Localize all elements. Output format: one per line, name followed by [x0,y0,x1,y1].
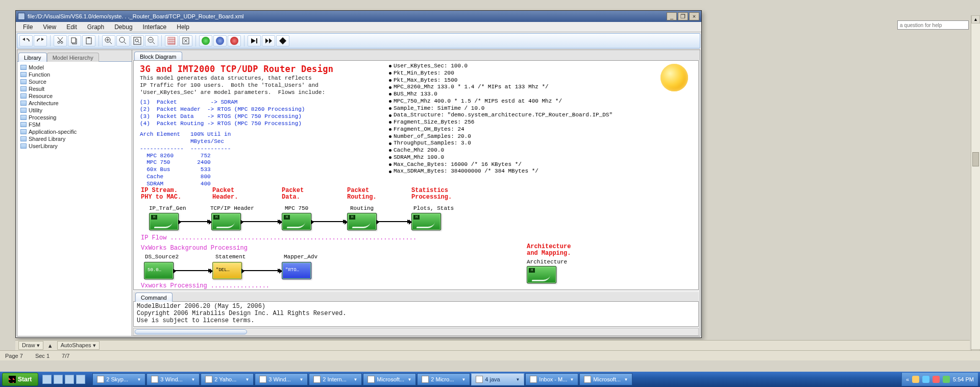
menu-graph[interactable]: Graph [83,22,108,32]
tree-item[interactable]: Utility [18,107,131,114]
menu-help[interactable]: Help [173,22,193,32]
skip-button[interactable] [262,35,275,46]
tab-model-hierarchy[interactable]: Model Hierarchy [47,53,99,62]
ql-icon[interactable] [76,375,85,384]
taskbar-item[interactable]: 2 Skyp...▼ [92,373,145,385]
param-text: Throughput_Samples: 3.0 [394,140,471,147]
undo-button[interactable] [19,35,33,46]
param-text: BUS_Mhz 133.0 [394,91,437,98]
window-titlebar[interactable]: file:/D:/VisualSim/VS6.1.0/demo/syste. .… [16,11,701,22]
tree-item[interactable]: FSM [18,121,131,128]
minimize-button[interactable]: _ [667,12,677,20]
param-row: User_KBytes_Sec: 100.0 [389,63,612,70]
menu-debug[interactable]: Debug [110,22,136,32]
tab-command[interactable]: Command [135,293,173,302]
ql-icon[interactable] [42,375,52,384]
ql-icon[interactable] [65,375,74,384]
restore-button[interactable]: ❐ [678,12,688,20]
tree-item[interactable]: Application-specific [18,128,131,135]
zoom-out-button[interactable] [145,35,158,46]
block-ip-traf-gen[interactable]: H [149,213,179,230]
close-button[interactable]: × [689,12,699,20]
host-vertical-scrollbar[interactable]: ▲ ▼ [971,15,980,357]
grid-button[interactable] [165,35,178,46]
menu-file[interactable]: File [19,22,37,32]
scroll-thumb[interactable] [135,329,247,334]
command-hscroll[interactable] [133,328,699,336]
tree-label: Utility [29,107,42,113]
tree-item[interactable]: Model [18,64,131,71]
tray-icon[interactable] [933,376,940,383]
folder-icon [20,108,27,113]
help-search-input[interactable] [897,20,969,30]
tray-expand[interactable]: « [906,376,909,382]
copy-button[interactable] [68,35,81,46]
taskbar-item[interactable]: 3 Wind...▼ [146,373,200,385]
taskbar-item[interactable]: Microsoft...▼ [579,373,632,385]
cut-button[interactable] [54,35,67,46]
block-mapper-adv[interactable]: "RTO… [282,262,311,279]
tree-item[interactable]: Shared Library [18,135,131,142]
fullscreen-button[interactable] [179,35,192,46]
tree-item[interactable]: Result [18,85,131,92]
scroll-up-icon[interactable]: ▲ [971,15,980,23]
task-app-icon [259,376,266,383]
pointer-icon[interactable]: ▲ [47,343,53,349]
taskbar-item[interactable]: 2 Micro...▼ [417,373,470,385]
library-tree[interactable]: Model Function Source Result Resource Ar… [17,61,132,336]
run-button[interactable] [199,35,212,46]
tray-icon[interactable] [922,376,929,383]
ql-icon[interactable] [54,375,63,384]
block-tcpip-header[interactable]: H [211,213,241,230]
marker-button[interactable] [276,35,289,46]
menu-view[interactable]: View [39,22,60,32]
draw-menu-button[interactable]: Draw ▾ [18,341,43,350]
tree-item[interactable]: Processing [18,114,131,121]
tab-block-diagram[interactable]: Block Diagram [134,52,182,61]
tree-item[interactable]: Architecture [18,100,131,107]
taskbar-item[interactable]: Microsoft...▼ [363,373,416,385]
block-label: Mapper_Adv [284,254,317,260]
tray-icon[interactable] [943,376,950,383]
block-architecture[interactable]: H [527,266,556,283]
taskbar-item[interactable]: Inbox - M...▼ [525,373,578,385]
autoshapes-button[interactable]: AutoShapes ▾ [57,341,100,350]
tab-library[interactable]: Library [18,53,47,62]
svg-rect-3 [88,37,90,38]
block-ds-source[interactable]: 50.0… [144,262,174,279]
block-mpc750[interactable]: H [282,213,311,230]
scroll-thumb[interactable] [972,152,979,166]
taskbar-item[interactable]: 2 Intern...▼ [309,373,362,385]
bullet-icon [389,171,391,173]
tree-label: Application-specific [29,129,77,135]
paste-button[interactable] [82,35,95,46]
bullet-icon [389,163,391,166]
menu-interface[interactable]: Interface [139,22,171,32]
left-tabs: Library Model Hierarchy [17,50,132,61]
tree-item[interactable]: Source [18,78,131,85]
zoom-fit-button[interactable] [131,35,144,46]
wire [241,221,281,222]
tree-label: Shared Library [29,136,65,142]
taskbar-item[interactable]: 2 Yaho...▼ [201,373,254,385]
tree-item[interactable]: UserLibrary [18,142,131,150]
block-diagram-canvas[interactable]: 3G and IMT2000 TCP/UDP Router Design Thi… [133,60,699,290]
tree-item[interactable]: Resource [18,92,131,100]
zoom-in-button[interactable] [102,35,115,46]
tree-item[interactable]: Function [18,71,131,78]
block-statement[interactable]: "DEL… [212,262,242,279]
menu-edit[interactable]: Edit [62,22,81,32]
system-tray[interactable]: « 5:54 PM [901,373,978,386]
taskbar-item[interactable]: 4 java▼ [471,373,524,385]
pause-button[interactable] [213,35,227,46]
block-plots-stats[interactable]: H [411,213,441,230]
command-output[interactable]: ModelBuilder 2006.20 (May 15, 2006) Copy… [133,301,699,327]
redo-button[interactable] [34,35,47,46]
step-button[interactable] [248,35,261,46]
zoom-reset-button[interactable] [116,35,130,46]
stop-button[interactable] [228,35,241,46]
start-button[interactable]: Start [2,373,38,386]
block-routing[interactable]: H [347,213,377,230]
taskbar-item[interactable]: 3 Wind...▼ [255,373,308,385]
tray-icon[interactable] [912,376,919,383]
